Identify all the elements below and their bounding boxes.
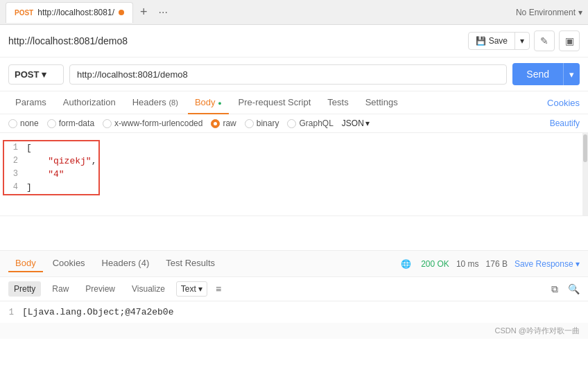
text-format-selector[interactable]: Text ▾ (176, 281, 207, 297)
resp-body-line-1: 1 [Ljava.lang.Object;@47a2eb0e (0, 307, 588, 317)
radio-form-data-label: form-data (59, 118, 94, 128)
line-content: "4" (26, 169, 98, 179)
radio-raw-label: raw (223, 118, 236, 128)
chevron-down-icon: ▾ (520, 36, 524, 46)
radio-dot-form-data (47, 119, 56, 128)
format-icon[interactable]: ≡ (216, 283, 221, 294)
save-main-button[interactable]: 💾 Save (469, 33, 514, 49)
environment-selector[interactable]: No Environment ▾ (516, 8, 582, 17)
radio-dot-raw (211, 119, 220, 128)
radio-none-label: none (20, 118, 39, 128)
radio-binary[interactable]: binary (245, 118, 279, 128)
line-number: 1 (4, 143, 26, 152)
radio-dot-none (8, 119, 17, 128)
active-tab[interactable]: POST http://localhost:8081/ (6, 2, 133, 23)
resp-body-pretty[interactable]: Pretty (8, 281, 41, 297)
code-line-3: 3 "4" (4, 168, 98, 181)
tab-body[interactable]: Body ● (188, 91, 229, 114)
status-code: 200 OK (421, 259, 449, 269)
response-tabs: Body Cookies Headers (4) Test Results (8, 255, 222, 272)
scrollbar-thumb[interactable] (583, 134, 587, 162)
radio-urlencoded-label: x-www-form-urlencoded (114, 118, 202, 128)
url-title-bar: http://localhost:8081/demo8 💾 Save ▾ ✎ ▣ (0, 25, 588, 58)
tab-settings[interactable]: Settings (358, 91, 405, 114)
save-button-group[interactable]: 💾 Save ▾ (468, 32, 530, 50)
unsaved-dot (119, 10, 124, 15)
radio-urlencoded[interactable]: x-www-form-urlencoded (103, 118, 202, 128)
tab-prerequest[interactable]: Pre-request Script (232, 91, 318, 114)
more-options-button[interactable]: ··· (153, 6, 173, 19)
watermark: CSDN @吟诗作对歌一曲 (0, 323, 588, 339)
line-number: 3 (4, 169, 26, 179)
radio-graphql[interactable]: GraphQL (287, 118, 333, 128)
response-size: 176 B (486, 259, 508, 269)
response-content: [Ljava.lang.Object;@47a2eb0e (22, 307, 173, 317)
response-body-tabs: Pretty Raw Preview Visualize Text ▾ ≡ ⧉ … (0, 277, 588, 301)
json-format-selector[interactable]: JSON ▾ (342, 118, 370, 128)
code-line-4: 4 ] (4, 181, 98, 194)
resp-body-visualize[interactable]: Visualize (126, 281, 171, 297)
code-line-1: 1 [ (4, 141, 98, 155)
url-input[interactable] (69, 64, 507, 85)
tab-tests[interactable]: Tests (320, 91, 355, 114)
pencil-icon: ✎ (540, 35, 548, 46)
tab-method: POST (15, 9, 33, 17)
copy-icon[interactable]: ⧉ (551, 283, 558, 295)
resp-tab-test-results[interactable]: Test Results (159, 255, 222, 272)
add-tab-button[interactable]: + (135, 5, 153, 19)
tab-params[interactable]: Params (8, 91, 53, 114)
request-title: http://localhost:8081/demo8 (8, 35, 128, 46)
vertical-scrollbar[interactable] (582, 133, 588, 215)
response-body: 1 [Ljava.lang.Object;@47a2eb0e (0, 301, 588, 323)
tab-authorization[interactable]: Authorization (56, 91, 123, 114)
resp-tab-body[interactable]: Body (8, 255, 43, 272)
line-content: "qizekj", (26, 156, 98, 166)
save-label: Save (489, 36, 508, 46)
resp-body-raw[interactable]: Raw (46, 281, 74, 297)
radio-none[interactable]: none (8, 118, 39, 128)
code-line-2: 2 "qizekj", (4, 155, 98, 168)
radio-form-data[interactable]: form-data (47, 118, 94, 128)
env-label: No Environment (516, 8, 576, 17)
text-format-label: Text (181, 284, 196, 294)
chevron-down-icon: ▾ (578, 8, 582, 17)
search-icon[interactable]: 🔍 (568, 283, 580, 294)
resp-tab-headers[interactable]: Headers (4) (95, 255, 157, 272)
tab-url: http://localhost:8081/ (37, 8, 114, 17)
cookies-link[interactable]: Cookies (547, 98, 580, 108)
resp-body-preview[interactable]: Preview (80, 281, 121, 297)
radio-dot-graphql (287, 119, 296, 128)
chevron-down-icon: ▾ (576, 259, 580, 269)
chevron-down-icon: ▾ (569, 69, 574, 80)
code-lines: 1 [ 2 "qizekj", 3 "4" 4 ] (4, 141, 98, 194)
beautify-button[interactable]: Beautify (550, 118, 580, 128)
response-time: 10 ms (456, 259, 479, 269)
tab-headers[interactable]: Headers (8) (126, 91, 185, 114)
method-selector[interactable]: POST ▾ (8, 64, 64, 85)
method-label: POST (15, 69, 39, 80)
radio-dot-urlencoded (103, 119, 112, 128)
save-response-label: Save Response (514, 259, 573, 269)
radio-dot-binary (245, 119, 254, 128)
save-response-button[interactable]: Save Response ▾ (514, 259, 580, 269)
json-format-label: JSON (342, 118, 364, 128)
save-dropdown-button[interactable]: ▾ (514, 33, 529, 49)
send-dropdown-button[interactable]: ▾ (563, 63, 580, 85)
send-button-group: Send ▾ (512, 63, 580, 85)
radio-raw[interactable]: raw (211, 118, 236, 128)
editor-empty-area (0, 216, 588, 251)
radio-binary-label: binary (257, 118, 279, 128)
tab-bar: POST http://localhost:8081/ + ··· No Env… (0, 0, 588, 25)
url-actions: 💾 Save ▾ ✎ ▣ (468, 30, 580, 51)
line-number: 1 (0, 308, 22, 317)
comment-button[interactable]: ▣ (559, 30, 580, 51)
chevron-down-icon: ▾ (365, 118, 370, 128)
line-number: 2 (4, 156, 26, 166)
resp-tab-cookies[interactable]: Cookies (46, 255, 92, 272)
code-editor[interactable]: 1 [ 2 "qizekj", 3 "4" 4 ] (0, 133, 588, 216)
send-button[interactable]: Send (512, 63, 563, 85)
edit-button[interactable]: ✎ (534, 30, 555, 51)
save-icon: 💾 (476, 36, 486, 46)
response-meta: 🌐 200 OK 10 ms 176 B Save Response ▾ (401, 259, 580, 269)
globe-icon: 🌐 (401, 259, 411, 269)
